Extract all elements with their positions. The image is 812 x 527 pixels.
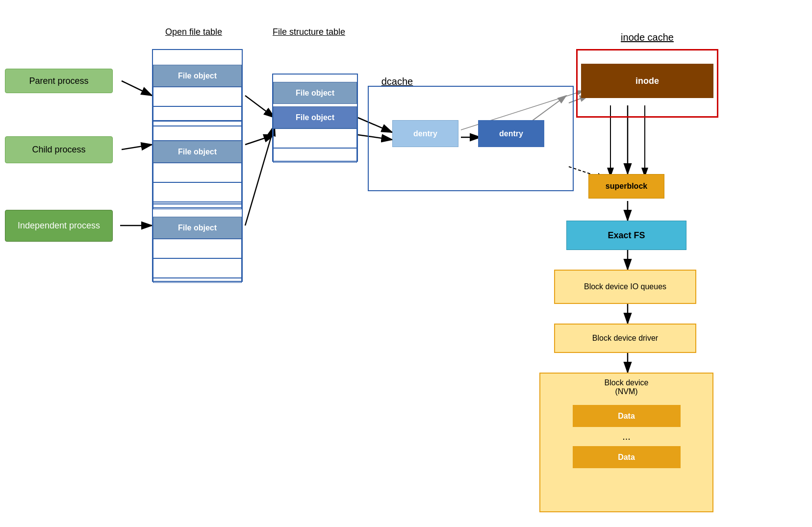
ellipsis: ... bbox=[622, 431, 631, 442]
child-process-box: Child process bbox=[5, 136, 113, 163]
table-row-c2 bbox=[153, 163, 242, 182]
block-io-queues-text: Block device IO queues bbox=[584, 282, 666, 291]
data-box-1: Data bbox=[573, 405, 681, 427]
table-row-c3 bbox=[153, 182, 242, 202]
data-text-1: Data bbox=[618, 412, 635, 421]
parent-process-label: Parent process bbox=[29, 76, 88, 86]
exact-fs-text: Exact FS bbox=[608, 230, 645, 241]
file-structure-table-label: File structure table bbox=[260, 27, 358, 37]
block-device-driver-text: Block device driver bbox=[592, 334, 658, 343]
table-row-c0 bbox=[153, 121, 242, 141]
block-device-nvm-box: Block device (NVM) Data ... Data bbox=[539, 373, 713, 512]
svg-line-2 bbox=[122, 81, 152, 96]
table-row-i2 bbox=[153, 258, 242, 278]
exact-fs-box: Exact FS bbox=[566, 221, 686, 250]
data-text-2: Data bbox=[618, 453, 635, 462]
open-file-table-text: Open file table bbox=[165, 27, 222, 37]
file-structure-table: File object File object bbox=[272, 74, 358, 162]
svg-line-6 bbox=[245, 135, 275, 145]
inode-cache-text: inode cache bbox=[621, 32, 674, 43]
block-device-nvm-text: Block device (NVM) bbox=[605, 378, 649, 396]
file-structure-table-text: File structure table bbox=[273, 27, 345, 37]
parent-process-box: Parent process bbox=[5, 69, 113, 93]
file-obj-child: File object bbox=[153, 141, 242, 163]
diagram-container: Parent process Child process Independent… bbox=[0, 0, 812, 527]
svg-line-5 bbox=[245, 96, 275, 118]
child-process-label: Child process bbox=[32, 145, 85, 155]
dcache-text: dcache bbox=[381, 76, 413, 87]
file-obj-struct-2: File object bbox=[273, 106, 357, 128]
table-row-1 bbox=[153, 87, 242, 106]
table-row-i1 bbox=[153, 239, 242, 258]
file-obj-struct-1: File object bbox=[273, 82, 357, 104]
svg-line-7 bbox=[245, 125, 275, 226]
table-row-s3 bbox=[273, 148, 357, 163]
independent-process-label: Independent process bbox=[18, 221, 100, 231]
table-row-s2 bbox=[273, 128, 357, 148]
block-device-nvm-label: Block device (NVM) bbox=[605, 378, 649, 396]
svg-line-3 bbox=[122, 145, 152, 150]
superblock-box: superblock bbox=[588, 174, 664, 199]
open-file-table-label: Open file table bbox=[145, 27, 243, 37]
table-row-i3 bbox=[153, 278, 242, 283]
file-obj-parent: File object bbox=[153, 65, 242, 87]
file-obj-independent: File object bbox=[153, 217, 242, 239]
inode-box: inode bbox=[581, 64, 713, 98]
ellipsis-text: ... bbox=[622, 431, 631, 442]
inode-text: inode bbox=[635, 76, 659, 86]
open-file-table-child: File object bbox=[152, 120, 243, 208]
independent-process-box: Independent process bbox=[5, 210, 113, 242]
inode-cache-label: inode cache bbox=[581, 32, 713, 43]
data-box-2: Data bbox=[573, 446, 681, 468]
open-file-table-independent: File object bbox=[152, 203, 243, 282]
block-device-driver-box: Block device driver bbox=[554, 324, 696, 353]
block-io-queues-box: Block device IO queues bbox=[554, 270, 696, 304]
dentry-right: dentry bbox=[478, 120, 544, 147]
superblock-text: superblock bbox=[606, 182, 647, 191]
dentry-left: dentry bbox=[392, 120, 458, 147]
